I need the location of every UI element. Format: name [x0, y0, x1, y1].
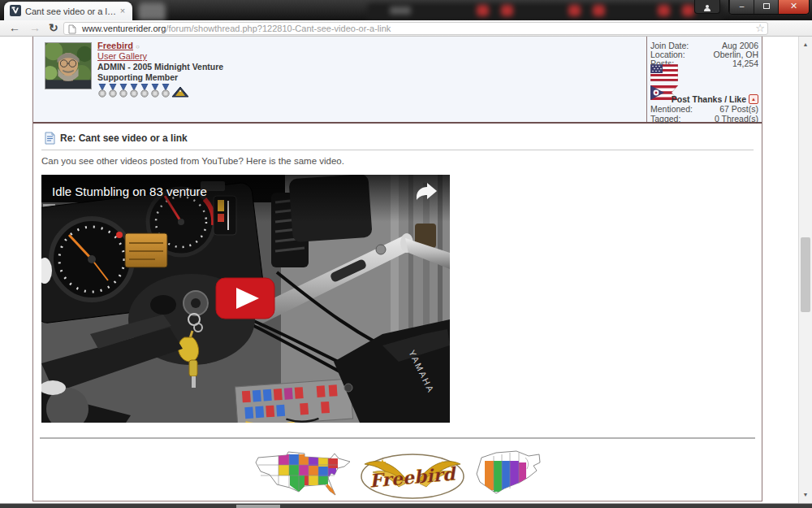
us-states-map-image: [254, 449, 353, 500]
stat-value: Aug 2006: [722, 41, 758, 50]
restore-button[interactable]: [754, 0, 778, 14]
scroll-down-icon[interactable]: ▼: [799, 488, 812, 501]
forum-post: Freebird○ User Gallery ADMIN - 2005 Midn…: [32, 37, 762, 501]
tab-title: Cant see video or a link: [25, 7, 116, 16]
post-title: Re: Cant see video or a link: [60, 132, 188, 144]
stat-value: 14,254: [732, 59, 758, 67]
user-title: ADMIN - 2005 Midnight Venture: [97, 62, 223, 72]
stat-row: Location: Oberlin, OH: [650, 50, 758, 59]
stat-value: 67 Post(s): [719, 105, 758, 113]
profile-button[interactable]: [694, 0, 720, 14]
address-bar[interactable]: www.venturerider.org/forum/showthread.ph…: [63, 22, 768, 35]
medal-badge-icon: [108, 84, 118, 98]
member-status: Supporting Member: [97, 72, 223, 82]
tab-close-icon[interactable]: ×: [117, 5, 128, 16]
stat-row: Tagged: 0 Thread(s): [650, 115, 758, 123]
reload-icon[interactable]: ↻: [49, 21, 58, 34]
forward-icon[interactable]: →: [29, 21, 41, 34]
stat-label: Mentioned:: [650, 105, 693, 113]
award-badges: [97, 84, 223, 98]
online-status-icon: ○: [136, 43, 140, 50]
tab-favicon-blob: [568, 5, 581, 16]
title-divider: [41, 150, 754, 150]
close-button[interactable]: ✕: [778, 0, 809, 14]
stat-value: Oberlin, OH: [714, 50, 758, 59]
stat-row: Mentioned: 67 Post(s): [650, 105, 758, 113]
signature-divider: [40, 437, 755, 439]
postbit-divider: [646, 37, 647, 122]
postbit-header: Freebird○ User Gallery ADMIN - 2005 Midn…: [33, 37, 762, 124]
minimize-button[interactable]: –: [729, 0, 754, 14]
medal-badge-icon: [97, 84, 107, 98]
tab-favicon-blob: [658, 5, 670, 16]
scrollbar-thumb[interactable]: [801, 237, 810, 312]
title-gradient: [41, 175, 450, 222]
medal-badge-icon: [140, 84, 149, 98]
bookmark-star-icon[interactable]: ☆: [755, 23, 765, 34]
taskbar-strip: [0, 503, 812, 508]
us-flag-icon: [650, 64, 678, 81]
venturerider-favicon: [10, 5, 21, 16]
video-title: Idle Stumbling on 83 venture: [52, 185, 207, 198]
tab-favicon-blob: [682, 5, 694, 16]
username-link[interactable]: Freebird: [97, 41, 133, 50]
medal-badge-icon: [161, 84, 171, 98]
canada-provinces-map-image: [472, 449, 542, 497]
medal-badge-icon: [150, 84, 160, 98]
avatar[interactable]: [45, 42, 92, 89]
pyramid-badge-icon: [171, 86, 189, 98]
play-button[interactable]: [216, 278, 274, 319]
stat-row: Join Date: Aug 2006: [650, 41, 758, 50]
stat-value: 0 Thread(s): [715, 115, 758, 123]
tab-favicon-blob: [477, 5, 489, 16]
post-thanks-row: Post Thanks / Like ▲: [672, 94, 758, 104]
page-content: Freebird○ User Gallery ADMIN - 2005 Midn…: [0, 37, 812, 508]
medal-badge-icon: [129, 84, 139, 98]
stat-label: Location:: [650, 50, 685, 59]
user-info-column: Freebird○ User Gallery ADMIN - 2005 Midn…: [97, 41, 223, 98]
active-tab[interactable]: Cant see video or a link ×: [4, 2, 132, 20]
freebird-logo-image: Freebird: [358, 449, 467, 501]
fuse-box: [235, 379, 352, 423]
browser-toolbar: ← → ↻ www.venturerider.org/forum/showthr…: [0, 20, 812, 37]
tab-favicon-blob: [501, 5, 513, 16]
url-host: www.venturerider.org: [82, 24, 166, 33]
person-icon: [704, 5, 710, 11]
back-icon[interactable]: ←: [9, 21, 20, 34]
blurred-tabs-region: [132, 0, 723, 20]
page-icon: [68, 24, 76, 34]
mention-rows: Mentioned: 67 Post(s) Tagged: 0 Thread(s…: [650, 105, 758, 124]
taskbar-item[interactable]: [236, 505, 280, 508]
post-title-row: Re: Cant see video or a link: [45, 132, 188, 145]
browser-window: Cant see video or a link × – ✕ ← → ↻ www…: [0, 0, 812, 508]
stat-label: Tagged:: [650, 115, 680, 123]
user-gallery-link[interactable]: User Gallery: [97, 51, 147, 61]
window-controls: – ✕: [728, 0, 810, 15]
url-path: /forum/showthread.php?122810-Cant-see-vi…: [166, 24, 391, 33]
medal-badge-icon: [119, 84, 128, 98]
post-icon: [45, 132, 55, 145]
restore-icon: [763, 3, 770, 9]
stat-label: Join Date:: [650, 41, 689, 50]
collapse-icon[interactable]: ▲: [749, 94, 758, 104]
tab-favicon-blob: [593, 5, 605, 16]
scroll-up-icon[interactable]: ▲: [799, 38, 812, 51]
tab-thumbnail: [390, 7, 411, 15]
new-tab-button[interactable]: [138, 2, 166, 20]
post-body-text: Can you see other videos posted from You…: [41, 156, 344, 166]
signature-images: Freebird: [33, 449, 762, 501]
tab-bar: Cant see video or a link × – ✕: [0, 0, 812, 20]
page-scrollbar[interactable]: ▲ ▼: [798, 37, 812, 508]
post-thanks-label: Post Thanks / Like: [672, 94, 746, 104]
youtube-video-player[interactable]: YAMAHA Idle Stumbling on 83 venture: [41, 175, 450, 423]
